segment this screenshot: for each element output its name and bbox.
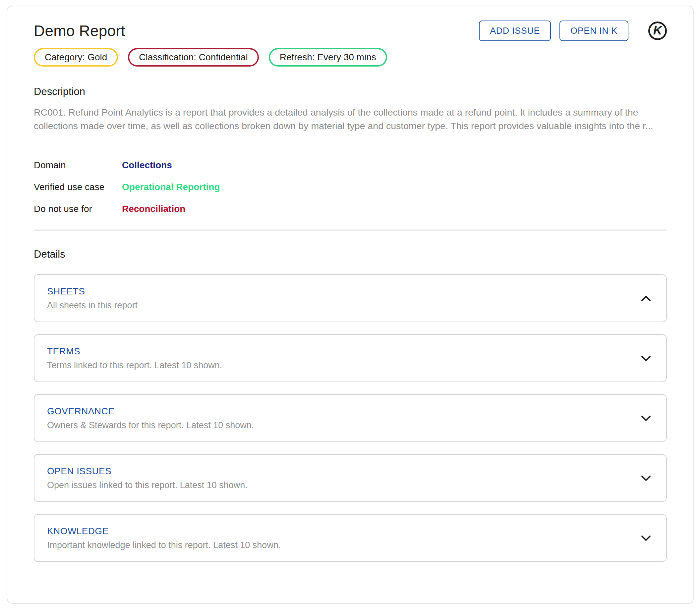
attribute-row-do-not-use-for: Do not use for Reconciliation [34,204,667,214]
chevron-down-icon[interactable] [640,534,652,542]
chevron-down-icon[interactable] [640,355,652,362]
sheets-subtitle: All sheets in this report [47,300,626,311]
page-title: Demo Report [34,22,125,40]
k-circle-logo-icon: K [648,21,667,40]
verified-use-case-label: Verified use case [34,182,122,192]
do-not-use-for-value: Reconciliation [122,204,185,214]
knowledge-title: KNOWLEDGE [47,526,626,536]
chevron-down-icon[interactable] [640,295,652,302]
header-actions: ADD ISSUE OPEN IN K K [479,20,667,41]
terms-title: TERMS [47,346,626,357]
details-card-list: SHEETS All sheets in this report TERMS T… [34,274,667,562]
description-text: RC001. Refund Point Analytics is a repor… [34,106,667,133]
classification-badge: Classification: Confidential [128,48,259,67]
chevron-down-icon[interactable] [640,415,652,422]
governance-accordion[interactable]: GOVERNANCE Owners & Stewards for this re… [34,394,667,442]
terms-subtitle: Terms linked to this report. Latest 10 s… [47,360,626,371]
chevron-down-icon[interactable] [640,475,652,482]
category-badge: Category: Gold [34,48,118,67]
attribute-row-domain: Domain Collections [34,160,667,171]
details-section: Details SHEETS All sheets in this report… [34,248,667,562]
do-not-use-for-label: Do not use for [34,204,122,214]
open-issues-accordion[interactable]: OPEN ISSUES Open issues linked to this r… [34,454,667,502]
open-in-k-button[interactable]: OPEN IN K [559,20,628,41]
refresh-badge: Refresh: Every 30 mins [269,48,387,67]
governance-title: GOVERNANCE [47,406,626,417]
knowledge-subtitle: Important knowledge linked to this repor… [47,540,626,550]
verified-use-case-value: Operational Reporting [122,182,220,192]
domain-value: Collections [122,160,172,171]
details-heading: Details [34,248,667,260]
domain-label: Domain [34,160,122,171]
terms-accordion[interactable]: TERMS Terms linked to this report. Lates… [34,334,667,382]
governance-subtitle: Owners & Stewards for this report. Lates… [47,420,626,431]
report-page-card: Demo Report ADD ISSUE OPEN IN K K Catego… [6,6,694,604]
knowledge-accordion[interactable]: KNOWLEDGE Important knowledge linked to … [34,514,667,562]
sheets-title: SHEETS [47,286,626,297]
page-header: Demo Report ADD ISSUE OPEN IN K K [34,20,667,42]
description-section: Description RC001. Refund Point Analytic… [34,86,667,133]
section-divider [34,229,667,231]
badge-row: Category: Gold Classification: Confident… [34,48,667,67]
open-issues-subtitle: Open issues linked to this report. Lates… [47,480,626,491]
attribute-row-verified-use-case: Verified use case Operational Reporting [34,182,667,193]
add-issue-button[interactable]: ADD ISSUE [479,20,551,41]
attributes-section: Domain Collections Verified use case Ope… [34,160,667,214]
open-issues-title: OPEN ISSUES [47,466,626,477]
sheets-accordion[interactable]: SHEETS All sheets in this report [34,274,667,322]
description-heading: Description [34,86,667,98]
